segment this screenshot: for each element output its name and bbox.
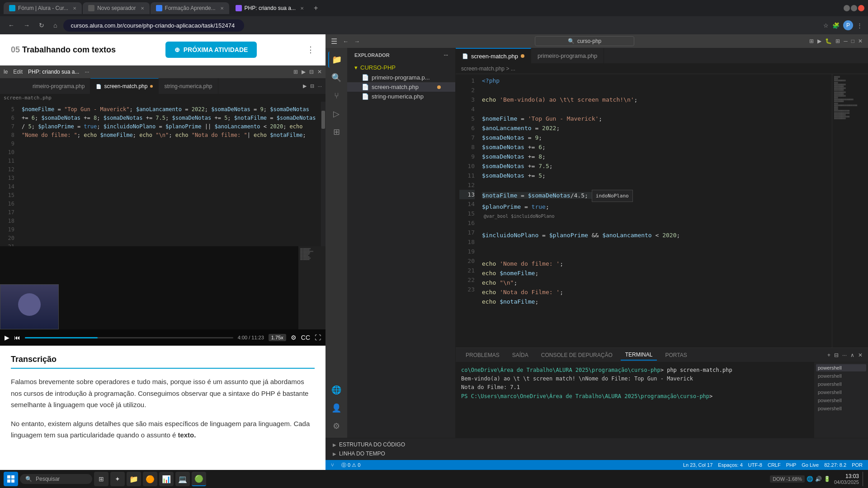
start-button[interactable] xyxy=(4,472,18,486)
back-nav[interactable]: ← xyxy=(343,38,349,45)
taskbar-app-view[interactable]: ⊞ xyxy=(94,472,108,486)
structure-item-timeline[interactable]: ▶ LINHA DO TEMPO xyxy=(326,449,868,458)
shell-item[interactable]: powershell xyxy=(816,397,866,404)
play-pause-button[interactable]: ▶ xyxy=(5,334,9,341)
status-zoom[interactable]: 82.27: 8.2 xyxy=(824,462,846,468)
taskbar-php-task[interactable]: 🟢 xyxy=(192,472,206,486)
menu-more[interactable]: ··· xyxy=(85,69,89,75)
forward-nav[interactable]: → xyxy=(354,38,360,45)
activity-accounts[interactable]: 👤 xyxy=(328,400,344,416)
battery-icon[interactable]: 🔋 xyxy=(824,476,830,482)
status-line-ending[interactable]: CRLF xyxy=(768,462,781,468)
speed-button[interactable]: 1.75x xyxy=(269,334,286,341)
activity-explorer[interactable]: 📁 xyxy=(328,52,344,68)
code-editor[interactable]: 12345 678910 1112 13 1415161718 19202122… xyxy=(456,74,868,347)
editor-tab-screen-match[interactable]: 📄 screen-match.php xyxy=(456,48,531,64)
folder-curso-php[interactable]: ▾ CURSO-PHP xyxy=(347,62,455,73)
code-text[interactable]: <?php echo 'Bem-vindo(a) ao \t\t screen … xyxy=(478,74,832,347)
profile-icon[interactable]: P xyxy=(843,20,853,30)
tab-form[interactable]: Formação Aprende... ✕ xyxy=(151,2,229,14)
search-text[interactable]: curso-php xyxy=(577,38,601,44)
status-live[interactable]: Go Live xyxy=(802,462,819,468)
status-branch[interactable]: ⑂ xyxy=(331,462,334,468)
terminal-split-btn[interactable]: ⊟ xyxy=(834,352,839,358)
status-lang[interactable]: POR xyxy=(852,462,863,468)
tab-php[interactable]: PHP: criando sua a... ✕ xyxy=(230,2,309,14)
status-language[interactable]: PHP xyxy=(786,462,797,468)
network-icon[interactable]: 🌐 xyxy=(807,476,813,482)
win-max-btn[interactable]: □ xyxy=(851,38,854,44)
menu-icon[interactable]: ⋮ xyxy=(857,22,863,29)
panel-close-btn[interactable]: ✕ xyxy=(858,352,863,358)
shell-item[interactable]: powershell xyxy=(816,372,866,380)
terminal-more-btn[interactable]: ··· xyxy=(842,352,847,358)
run-code-btn[interactable]: ▶ xyxy=(303,83,307,89)
tab-close[interactable]: ✕ xyxy=(300,6,304,11)
split-editor-btn[interactable]: ⊟ xyxy=(310,83,314,89)
win-min-btn[interactable]: ─ xyxy=(844,38,848,44)
shell-item[interactable]: powershell xyxy=(816,364,866,371)
prev-button[interactable]: ⏮ xyxy=(14,334,20,341)
activity-settings[interactable]: ⚙ xyxy=(328,418,344,434)
cc-icon[interactable]: CC xyxy=(301,334,310,341)
activity-source-control[interactable]: ⑂ xyxy=(328,88,344,104)
activity-debug[interactable]: ▷ xyxy=(328,106,344,122)
refresh-button[interactable]: ↻ xyxy=(36,21,47,30)
tab-terminal[interactable]: TERMINAL xyxy=(621,350,657,361)
fullscreen-icon[interactable]: ⛶ xyxy=(315,334,321,341)
code-area[interactable]: $nomeFilme = "Top Gun - Maverick"; $anoL… xyxy=(18,102,321,246)
run-icon[interactable]: ▶ xyxy=(817,38,821,44)
file-string-numerica[interactable]: 📄 string-numerica.php xyxy=(347,92,455,101)
status-errors[interactable]: ⓪ 0 ⚠ 0 xyxy=(341,462,360,469)
activity-remote[interactable]: 🌐 xyxy=(328,382,344,398)
clock[interactable]: 13:03 04/03/2025 xyxy=(834,473,859,485)
tab-primeiro[interactable]: rimeiro-programa.php xyxy=(27,78,90,94)
status-spaces[interactable]: Espaços: 4 xyxy=(718,462,742,468)
next-activity-button[interactable]: ⊕ PRÓXIMA ATIVIDADE xyxy=(165,42,257,58)
terminal-body[interactable]: co\OneDrive\Área de Trabalho\ALURA 2025\… xyxy=(456,362,814,438)
tab-ports[interactable]: PORTAS xyxy=(660,350,691,360)
editor-tab-primeiro[interactable]: primeiro-programa.php xyxy=(531,48,604,64)
tab-close[interactable]: ✕ xyxy=(73,6,76,11)
tab-sep[interactable]: Novo separador ✕ xyxy=(83,2,149,14)
close-editor-icon[interactable]: ✕ xyxy=(317,69,322,75)
taskbar-copilot[interactable]: ✦ xyxy=(110,472,125,486)
layout-icon[interactable]: ⊞ xyxy=(835,38,840,44)
progress-bar[interactable] xyxy=(25,337,233,338)
show-desktop-btn[interactable] xyxy=(863,472,864,486)
remote-icon[interactable]: ⊞ xyxy=(809,38,814,44)
taskbar-vscode-task[interactable]: 💻 xyxy=(175,472,190,486)
scroll-thumb[interactable] xyxy=(321,111,325,129)
minimize-button[interactable] xyxy=(844,5,850,11)
tab-close[interactable]: ✕ xyxy=(141,6,144,11)
tab-screen-match[interactable]: 📄 screen-match.php xyxy=(90,78,159,94)
new-terminal-btn[interactable]: + xyxy=(827,352,830,358)
tab-output[interactable]: SAÍDA xyxy=(508,350,533,360)
shell-item[interactable]: powershell xyxy=(816,389,866,396)
maximize-button[interactable] xyxy=(851,5,857,11)
options-button[interactable]: ⋮ xyxy=(307,45,315,55)
run-icon[interactable]: ▶ xyxy=(302,69,306,75)
layout-icon[interactable]: ⊞ xyxy=(293,69,298,75)
tab-close[interactable]: ✕ xyxy=(220,6,224,11)
win-close-btn[interactable]: ✕ xyxy=(858,38,863,44)
settings-icon[interactable]: ⚙ xyxy=(291,334,297,341)
file-primeiro-programa[interactable]: 📄 primeiro-programa.p... xyxy=(347,73,455,82)
status-position[interactable]: Ln 23, Col 17 xyxy=(683,462,712,468)
split-icon[interactable]: ⊟ xyxy=(309,69,314,75)
menu-file[interactable]: le xyxy=(4,69,8,75)
taskbar-search[interactable]: 🔍 Pesquisar xyxy=(20,474,92,484)
activity-search[interactable]: 🔍 xyxy=(328,70,344,86)
tab-problems[interactable]: PROBLEMAS xyxy=(461,350,504,360)
file-screen-match[interactable]: 📄 screen-match.php xyxy=(347,82,455,92)
bookmark-icon[interactable]: ☆ xyxy=(823,22,829,29)
address-input[interactable] xyxy=(63,19,244,32)
taskbar-files[interactable]: 📁 xyxy=(127,472,141,486)
menu-edit[interactable]: Edit xyxy=(13,69,23,75)
tab-string[interactable]: string-numerica.php xyxy=(159,78,218,94)
back-button[interactable]: ← xyxy=(5,21,17,30)
shell-item[interactable]: powershell xyxy=(816,380,866,388)
extension-icon[interactable]: 🧩 xyxy=(832,22,840,29)
taskbar-excel[interactable]: 📊 xyxy=(159,472,174,486)
volume-icon[interactable]: 🔊 xyxy=(815,476,822,482)
